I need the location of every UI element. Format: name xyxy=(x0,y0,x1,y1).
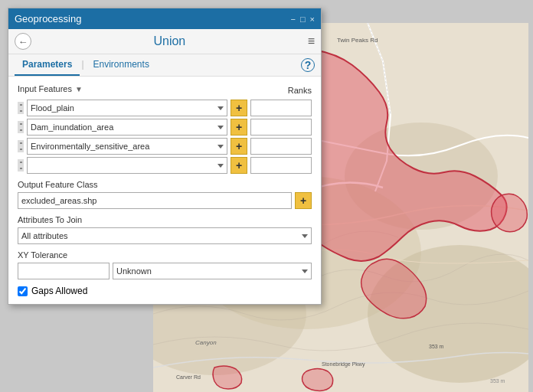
add-feature-btn-4[interactable]: + xyxy=(231,157,247,174)
tab-divider: | xyxy=(80,54,85,76)
input-feature-select-4[interactable] xyxy=(27,157,227,174)
restore-button[interactable]: □ xyxy=(300,15,306,24)
rank-input-1[interactable] xyxy=(250,100,312,116)
attributes-to-join-select[interactable]: All attributes All attributes except fea… xyxy=(18,227,312,244)
output-feature-class-section: Output Feature Class + xyxy=(18,180,312,209)
gaps-allowed-checkbox[interactable] xyxy=(18,286,28,296)
attributes-to-join-section: Attributes To Join All attributes All at… xyxy=(18,215,312,244)
rank-input-3[interactable] xyxy=(250,138,312,155)
output-browse-btn[interactable]: + xyxy=(295,192,312,209)
row-handle-2 xyxy=(18,121,24,133)
tool-title: Union xyxy=(31,34,308,48)
add-feature-btn-2[interactable]: + xyxy=(231,119,247,136)
row-handle-1 xyxy=(18,102,24,114)
help-button[interactable]: ? xyxy=(301,58,315,72)
ranks-label: Ranks xyxy=(288,86,312,95)
input-features-header: Input Features ▼ Ranks xyxy=(18,84,312,96)
add-feature-btn-3[interactable]: + xyxy=(231,138,247,155)
rank-input-4[interactable] xyxy=(250,157,312,174)
svg-text:353 m: 353 m xyxy=(429,344,444,349)
svg-text:Stonebridge Pkwy: Stonebridge Pkwy xyxy=(322,361,365,368)
expand-icon: ▼ xyxy=(75,85,83,93)
gp-toolbar: ← Union ≡ xyxy=(8,29,321,54)
svg-text:Carver Rd: Carver Rd xyxy=(176,374,201,380)
gp-content: Input Features ▼ Ranks Flood_plain + Dam… xyxy=(8,77,321,304)
output-feature-class-row: + xyxy=(18,192,312,209)
rank-input-2[interactable] xyxy=(250,119,312,136)
svg-text:Twin Peaks Rd: Twin Peaks Rd xyxy=(337,37,378,44)
add-feature-btn-1[interactable]: + xyxy=(231,100,247,116)
xy-tolerance-section: XY Tolerance Unknown Meters Feet Decimal… xyxy=(18,250,312,279)
xy-tolerance-label: XY Tolerance xyxy=(18,250,312,260)
tab-environments[interactable]: Environments xyxy=(86,54,157,76)
gaps-allowed-label: Gaps Allowed xyxy=(31,286,87,296)
input-feature-select-2[interactable]: Dam_inundation_area xyxy=(27,119,227,136)
close-button[interactable]: × xyxy=(310,15,315,24)
svg-text:Canyon: Canyon xyxy=(195,339,217,346)
titlebar-controls: − □ × xyxy=(290,15,315,24)
input-feature-row-3: Environmentally_sensitive_area + xyxy=(18,138,312,155)
row-handle-3 xyxy=(18,140,24,152)
row-handle-4 xyxy=(18,159,24,172)
geoprocessing-panel: Geoprocessing − □ × ← Union ≡ Parameters… xyxy=(8,8,322,305)
input-features-label: Input Features ▼ xyxy=(18,84,83,93)
xy-tolerance-input[interactable] xyxy=(18,263,110,279)
xy-tolerance-unit-select[interactable]: Unknown Meters Feet Decimal Degrees xyxy=(113,263,312,279)
panel-title: Geoprocessing xyxy=(15,13,81,24)
output-feature-class-input[interactable] xyxy=(18,192,292,209)
output-feature-class-label: Output Feature Class xyxy=(18,180,312,189)
tabs-bar: Parameters | Environments ? xyxy=(8,54,321,77)
input-feature-row-2: Dam_inundation_area + xyxy=(18,119,312,136)
tab-list: Parameters | Environments xyxy=(15,54,157,76)
attributes-to-join-label: Attributes To Join xyxy=(18,215,312,224)
input-feature-row-1: Flood_plain + xyxy=(18,100,312,116)
input-feature-row-4: + xyxy=(18,157,312,174)
input-feature-select-1[interactable]: Flood_plain xyxy=(27,100,227,116)
gaps-allowed-row: Gaps Allowed xyxy=(18,286,312,296)
input-feature-select-3[interactable]: Environmentally_sensitive_area xyxy=(27,138,227,155)
menu-button[interactable]: ≡ xyxy=(308,34,315,48)
tab-parameters[interactable]: Parameters xyxy=(15,54,80,76)
back-button[interactable]: ← xyxy=(15,33,31,50)
svg-text:353 m: 353 m xyxy=(490,378,505,384)
titlebar: Geoprocessing − □ × xyxy=(8,8,321,29)
minimize-button[interactable]: − xyxy=(290,15,295,24)
xy-tolerance-row: Unknown Meters Feet Decimal Degrees xyxy=(18,263,312,279)
